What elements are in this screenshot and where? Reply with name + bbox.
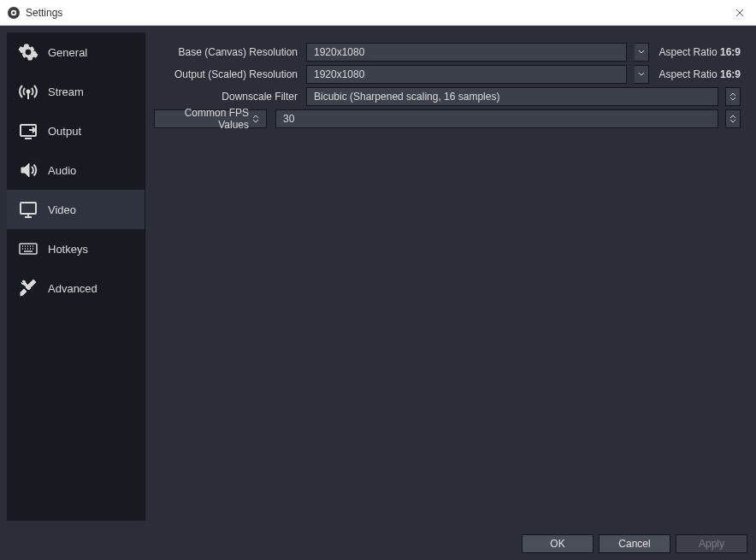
chevron-down-icon[interactable] [634, 43, 649, 62]
svg-point-2 [12, 11, 15, 14]
svg-rect-5 [21, 203, 36, 214]
gear-icon [17, 41, 39, 63]
sidebar-item-video[interactable]: Video [7, 190, 145, 229]
sidebar-item-audio[interactable]: Audio [7, 150, 145, 190]
sidebar-item-label: General [48, 46, 87, 59]
sidebar-item-label: Output [48, 125, 81, 138]
dialog-footer: OK Cancel Apply [0, 528, 756, 560]
base-resolution-label: Base (Canvas) Resolution [154, 46, 299, 58]
window-title: Settings [26, 7, 62, 19]
cancel-button[interactable]: Cancel [599, 534, 670, 553]
chevron-down-icon[interactable] [634, 65, 649, 84]
sidebar-item-advanced[interactable]: Advanced [7, 268, 145, 308]
close-icon[interactable] [735, 9, 744, 17]
fps-type-combo[interactable]: Common FPS Values [154, 109, 267, 128]
sidebar-item-label: Audio [48, 164, 76, 177]
downscale-filter-combo[interactable]: Bicubic (Sharpened scaling, 16 samples) [306, 87, 718, 106]
base-resolution-combo[interactable]: 1920x1080 [306, 43, 627, 62]
speaker-icon [17, 159, 39, 181]
settings-content: Base (Canvas) Resolution 1920x1080 Aspec… [145, 32, 749, 521]
antenna-icon [17, 80, 39, 103]
base-aspect-ratio: Aspect Ratio 16:9 [656, 46, 741, 58]
fps-value-combo[interactable]: 30 [275, 109, 718, 128]
sidebar-item-label: Hotkeys [48, 243, 88, 256]
output-aspect-ratio: Aspect Ratio 16:9 [656, 68, 741, 80]
titlebar: Settings [0, 0, 756, 26]
sidebar-item-output[interactable]: Output [7, 111, 145, 150]
apply-button: Apply [676, 534, 747, 553]
sidebar-item-label: Stream [48, 85, 84, 98]
tools-icon [17, 277, 39, 299]
updown-icon [252, 115, 259, 123]
sidebar-item-label: Advanced [48, 282, 97, 295]
downscale-filter-label: Downscale Filter [154, 91, 299, 103]
output-resolution-label: Output (Scaled) Resolution [154, 68, 299, 80]
keyboard-icon [17, 238, 39, 260]
output-resolution-combo[interactable]: 1920x1080 [306, 65, 627, 84]
app-icon [7, 6, 21, 20]
updown-icon[interactable] [725, 109, 741, 128]
sidebar-item-stream[interactable]: Stream [7, 72, 145, 111]
ok-button[interactable]: OK [522, 534, 594, 553]
monitor-icon [17, 198, 39, 221]
updown-icon[interactable] [725, 87, 741, 106]
settings-sidebar: General Stream Output Audio Video [7, 32, 145, 521]
output-icon [17, 120, 39, 142]
sidebar-item-hotkeys[interactable]: Hotkeys [7, 229, 145, 268]
sidebar-item-general[interactable]: General [7, 32, 145, 72]
sidebar-item-label: Video [48, 203, 76, 216]
